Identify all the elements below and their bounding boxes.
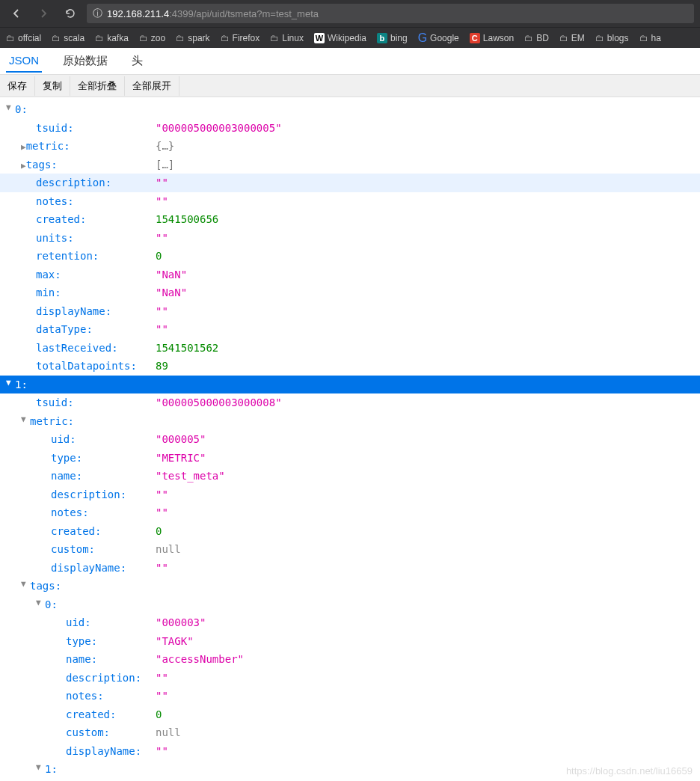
lawson-icon: C — [470, 33, 480, 43]
bookmark-item[interactable]: CLawson — [470, 33, 514, 43]
bookmark-item[interactable]: 🗀EM — [559, 33, 585, 43]
folder-icon: 🗀 — [595, 33, 604, 43]
json-row[interactable]: max:"NaN" — [0, 266, 700, 284]
folder-icon: 🗀 — [639, 33, 648, 43]
json-row[interactable]: description:"" — [0, 669, 700, 687]
reload-button[interactable] — [60, 3, 81, 24]
toggle-icon[interactable]: ▼ — [6, 100, 15, 119]
folder-icon: 🗀 — [95, 33, 104, 43]
json-row[interactable]: displayName:"" — [0, 302, 700, 321]
json-row[interactable]: notes:"" — [0, 192, 700, 211]
json-row[interactable]: displayName:"" — [0, 559, 700, 578]
browser-toolbar: ⓘ 192.168.211.4:4399/api/uid/tsmeta?m=te… — [0, 0, 700, 27]
info-icon[interactable]: ⓘ — [93, 7, 102, 20]
json-row[interactable]: totalDatapoints:89 — [0, 357, 700, 376]
bookmarks-bar: 🗀offcial 🗀scala 🗀kafka 🗀zoo 🗀spark 🗀Fire… — [0, 27, 700, 48]
json-row[interactable]: created:1541500656 — [0, 210, 700, 229]
bookmark-item[interactable]: 🗀Firefox — [221, 33, 260, 43]
bookmark-item[interactable]: GGoogle — [418, 31, 459, 45]
expand-all-button[interactable]: 全部展开 — [125, 76, 179, 96]
toggle-icon[interactable]: ▼ — [21, 412, 30, 431]
watermark: https://blog.csdn.net/liu16659 — [566, 765, 693, 777]
json-row[interactable]: description:"" — [0, 174, 700, 192]
json-row[interactable]: ▼tags: — [0, 577, 700, 595]
json-row[interactable]: tsuid:"000005000003000005" — [0, 119, 700, 138]
bookmark-item[interactable]: 🗀BD — [524, 33, 549, 43]
bookmark-item[interactable]: 🗀zoo — [139, 33, 165, 43]
bookmark-item[interactable]: WWikipedia — [314, 33, 366, 43]
json-row[interactable]: ▼metric: — [0, 412, 700, 431]
json-row[interactable]: notes:"" — [0, 503, 700, 522]
json-row[interactable]: created:0 — [0, 522, 700, 541]
toggle-icon[interactable]: ▼ — [36, 595, 45, 614]
json-toolbar: 保存 复制 全部折叠 全部展开 — [0, 75, 700, 97]
bing-icon: b — [377, 33, 387, 43]
collapse-all-button[interactable]: 全部折叠 — [70, 76, 125, 96]
json-row[interactable]: units:"" — [0, 229, 700, 248]
json-row[interactable]: ▶tags:[…] — [0, 156, 700, 174]
bookmark-item[interactable]: 🗀ha — [639, 33, 661, 43]
json-row[interactable]: ▶metric:{…} — [0, 137, 700, 156]
tab-headers[interactable]: 头 — [129, 49, 146, 73]
toggle-icon[interactable]: ▼ — [6, 376, 15, 394]
wikipedia-icon: W — [314, 33, 325, 43]
tab-json[interactable]: JSON — [6, 49, 42, 73]
json-row[interactable]: created:0 — [0, 705, 700, 724]
folder-icon: 🗀 — [221, 33, 230, 43]
json-row[interactable]: notes:"" — [0, 687, 700, 705]
bookmark-item[interactable]: 🗀Linux — [270, 33, 304, 43]
json-row[interactable]: retention:0 — [0, 247, 700, 266]
json-row[interactable]: name:"test_meta" — [0, 467, 700, 486]
toggle-icon[interactable]: ▶ — [21, 161, 26, 171]
toggle-icon[interactable]: ▼ — [36, 760, 45, 779]
folder-icon: 🗀 — [559, 33, 568, 43]
bookmark-item[interactable]: bbing — [377, 33, 408, 43]
url-host: 192.168.211.4 — [107, 8, 169, 19]
url-path: /api/uid/tsmeta?m=test_meta — [194, 8, 319, 19]
folder-icon: 🗀 — [270, 33, 279, 43]
save-button[interactable]: 保存 — [0, 76, 35, 96]
json-row[interactable]: uid:"000003" — [0, 613, 700, 632]
json-row[interactable]: ▼0: — [0, 595, 700, 614]
json-row[interactable]: displayName:"" — [0, 742, 700, 761]
response-tabs: JSON 原始数据 头 — [0, 48, 700, 75]
tab-raw[interactable]: 原始数据 — [60, 49, 111, 73]
folder-icon: 🗀 — [176, 33, 185, 43]
folder-icon: 🗀 — [6, 33, 15, 43]
bookmark-item[interactable]: 🗀scala — [52, 33, 85, 43]
toggle-icon[interactable]: ▼ — [21, 577, 30, 595]
url-bar[interactable]: ⓘ 192.168.211.4:4399/api/uid/tsmeta?m=te… — [87, 4, 694, 23]
url-port: :4399 — [169, 8, 194, 19]
json-row[interactable]: type:"TAGK" — [0, 632, 700, 651]
json-row[interactable]: custom:null — [0, 723, 700, 742]
back-button[interactable] — [6, 3, 27, 24]
json-row[interactable]: dataType:"" — [0, 320, 700, 339]
folder-icon: 🗀 — [139, 33, 148, 43]
bookmark-item[interactable]: 🗀spark — [176, 33, 209, 43]
json-row[interactable]: type:"METRIC" — [0, 449, 700, 468]
folder-icon: 🗀 — [524, 33, 533, 43]
toggle-icon[interactable]: ▶ — [21, 142, 26, 152]
json-row[interactable]: custom:null — [0, 540, 700, 559]
json-row[interactable]: name:"accessNumber" — [0, 650, 700, 669]
folder-icon: 🗀 — [52, 33, 61, 43]
json-row[interactable]: description:"" — [0, 486, 700, 504]
copy-button[interactable]: 复制 — [35, 76, 70, 96]
json-row[interactable]: ▼1: — [0, 376, 700, 394]
bookmark-item[interactable]: 🗀offcial — [6, 33, 41, 43]
json-row[interactable]: ▼0: — [0, 100, 700, 119]
json-row[interactable]: min:"NaN" — [0, 284, 700, 302]
google-icon: G — [418, 31, 427, 45]
json-row[interactable]: uid:"000005" — [0, 430, 700, 449]
forward-button[interactable] — [33, 3, 54, 24]
bookmark-item[interactable]: 🗀blogs — [595, 33, 629, 43]
json-viewer: ▼0: tsuid:"000005000003000005" ▶metric:{… — [0, 97, 700, 781]
bookmark-item[interactable]: 🗀kafka — [95, 33, 129, 43]
json-row[interactable]: tsuid:"000005000003000008" — [0, 393, 700, 412]
json-row[interactable]: lastReceived:1541501562 — [0, 339, 700, 358]
